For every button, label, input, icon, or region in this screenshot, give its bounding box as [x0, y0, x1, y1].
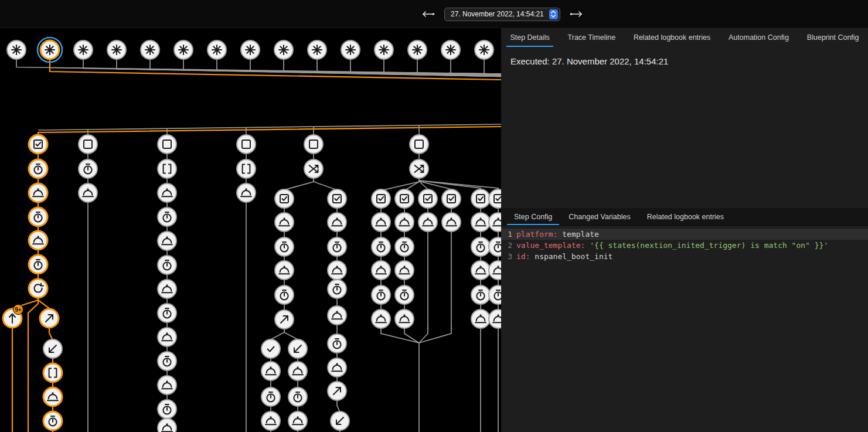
- graph-node-dome[interactable]: [328, 213, 346, 232]
- graph-node-brackets[interactable]: [43, 363, 62, 382]
- graph-node-asterisk[interactable]: [7, 40, 26, 59]
- graph-node-arrow-down-left[interactable]: [288, 339, 307, 358]
- graph-node-checkbox[interactable]: [372, 189, 390, 208]
- tab-related-logbook-entries[interactable]: Related logbook entries: [639, 208, 732, 225]
- graph-node-timer[interactable]: [471, 285, 490, 304]
- graph-node-asterisk[interactable]: [408, 40, 427, 59]
- graph-node-dome[interactable]: [328, 261, 346, 280]
- graph-node-box[interactable]: [410, 135, 428, 154]
- graph-node-timer[interactable]: [372, 237, 390, 256]
- graph-node-dome[interactable]: [471, 261, 490, 280]
- graph-node-checkbox[interactable]: [418, 189, 437, 208]
- graph-node-timer[interactable]: [29, 159, 47, 178]
- graph-node-timer[interactable]: [395, 237, 414, 256]
- tab-step-config[interactable]: Step Config: [506, 208, 560, 225]
- graph-node-timer[interactable]: [275, 285, 294, 304]
- graph-node-dome[interactable]: [471, 309, 490, 328]
- graph-node-asterisk[interactable]: [441, 40, 460, 59]
- run-selector[interactable]: 27. November 2022, 14:54:21: [444, 8, 560, 21]
- graph-node-dome[interactable]: [395, 213, 414, 232]
- next-run-button[interactable]: [569, 9, 586, 19]
- graph-node-dome[interactable]: [372, 309, 390, 328]
- graph-node-asterisk[interactable]: [141, 40, 159, 59]
- graph-node-timer[interactable]: [158, 400, 176, 419]
- graph-node-timer[interactable]: [328, 280, 346, 298]
- graph-node-brackets[interactable]: [237, 159, 256, 178]
- graph-node-timer[interactable]: [328, 237, 346, 256]
- graph-node-asterisk[interactable]: [241, 40, 260, 59]
- graph-node-timer[interactable]: [29, 208, 47, 226]
- graph-node-timer[interactable]: [328, 334, 346, 353]
- graph-node-dome[interactable]: [275, 261, 294, 280]
- graph-node-dome[interactable]: [372, 213, 390, 232]
- graph-node-dome[interactable]: [471, 213, 490, 232]
- graph-node-asterisk[interactable]: [38, 38, 62, 62]
- graph-node-timer[interactable]: [43, 411, 62, 430]
- tab-trace-timeline[interactable]: Trace Timeline: [563, 28, 621, 47]
- step-config-code-editor[interactable]: 1platform: template2value_template: '{{ …: [501, 226, 868, 432]
- tab-changed-variables[interactable]: Changed Variables: [560, 208, 638, 225]
- graph-node-checkbox[interactable]: [275, 189, 294, 208]
- graph-node-timer[interactable]: [275, 237, 294, 256]
- graph-node-arrow-down-left[interactable]: [43, 339, 62, 358]
- graph-node-timer[interactable]: [158, 304, 176, 322]
- graph-node-dome[interactable]: [372, 261, 390, 280]
- graph-node-checkbox[interactable]: [489, 189, 501, 208]
- graph-node-timer[interactable]: [288, 387, 307, 406]
- graph-node-timer[interactable]: [158, 352, 176, 370]
- graph-node-timer[interactable]: [158, 256, 176, 274]
- graph-node-box[interactable]: [158, 135, 176, 154]
- graph-node-checkbox[interactable]: [442, 189, 461, 208]
- graph-node-checkbox[interactable]: [395, 189, 414, 208]
- graph-node-checkbox[interactable]: [29, 135, 47, 154]
- graph-node-asterisk[interactable]: [107, 40, 126, 59]
- graph-node-dome[interactable]: [275, 213, 294, 232]
- graph-node-timer[interactable]: [489, 285, 501, 304]
- graph-node-dome[interactable]: [261, 411, 280, 430]
- graph-node-dome[interactable]: [158, 376, 176, 394]
- graph-node-timer[interactable]: [79, 159, 97, 178]
- graph-node-asterisk[interactable]: [375, 40, 393, 59]
- graph-node-box[interactable]: [304, 135, 323, 154]
- graph-node-dome[interactable]: [261, 362, 280, 380]
- graph-node-asterisk[interactable]: [475, 40, 493, 59]
- graph-node-dome[interactable]: [442, 213, 461, 232]
- tab-blueprint-config[interactable]: Blueprint Config: [802, 28, 864, 47]
- graph-node-dome[interactable]: [328, 358, 346, 377]
- graph-node-dome[interactable]: [489, 261, 501, 280]
- graph-node-shuffle[interactable]: [304, 159, 323, 178]
- graph-node-dome[interactable]: [158, 232, 176, 250]
- graph-node-dome[interactable]: [43, 387, 62, 406]
- graph-node-box[interactable]: [237, 135, 256, 154]
- graph-node-dome[interactable]: [489, 309, 501, 328]
- graph-node-timer[interactable]: [471, 237, 490, 256]
- graph-node-dome[interactable]: [29, 183, 47, 202]
- graph-node-timer[interactable]: [372, 285, 390, 304]
- graph-node-dome[interactable]: [158, 183, 176, 202]
- graph-node-dome[interactable]: [418, 213, 437, 232]
- tab-related-logbook-entries[interactable]: Related logbook entries: [629, 28, 715, 47]
- graph-node-timer[interactable]: [261, 387, 280, 406]
- graph-node-timer[interactable]: [158, 208, 176, 226]
- previous-run-button[interactable]: [418, 9, 436, 19]
- graph-node-asterisk[interactable]: [308, 40, 326, 59]
- graph-node-dome[interactable]: [328, 306, 346, 325]
- graph-node-dome[interactable]: [395, 309, 414, 328]
- graph-node-shuffle[interactable]: [410, 159, 428, 178]
- tab-automation-config[interactable]: Automation Config: [724, 28, 794, 47]
- graph-node-timer[interactable]: [395, 285, 414, 304]
- graph-node-asterisk[interactable]: [274, 40, 293, 59]
- graph-node-dome[interactable]: [288, 411, 307, 430]
- graph-node-check[interactable]: [261, 339, 280, 358]
- graph-node-arrow-up-right[interactable]: [328, 382, 346, 400]
- tab-step-details[interactable]: Step Details: [505, 28, 554, 47]
- graph-node-asterisk[interactable]: [341, 40, 360, 59]
- graph-node-brackets[interactable]: [158, 159, 176, 178]
- graph-node-dome[interactable]: [158, 328, 176, 346]
- graph-node-checkbox[interactable]: [471, 189, 490, 208]
- graph-node-arrow-up-right[interactable]: [275, 310, 294, 329]
- graph-node-asterisk[interactable]: [74, 40, 93, 59]
- graph-node-dome[interactable]: [158, 419, 176, 432]
- graph-node-dome[interactable]: [237, 183, 256, 202]
- graph-node-dome[interactable]: [29, 231, 47, 250]
